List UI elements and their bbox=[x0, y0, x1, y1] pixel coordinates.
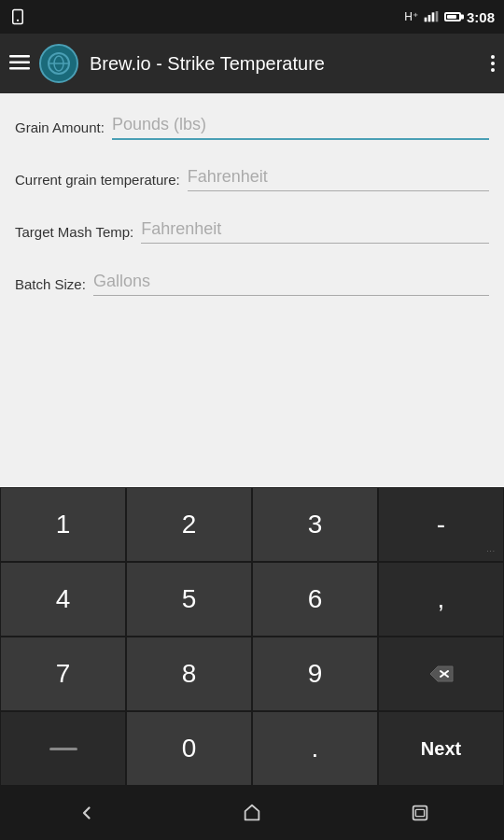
phone-icon bbox=[9, 8, 26, 25]
key-4[interactable]: 4 bbox=[0, 562, 126, 637]
back-button[interactable] bbox=[74, 803, 94, 823]
key-space[interactable] bbox=[0, 711, 126, 786]
batch-size-input[interactable] bbox=[93, 272, 489, 291]
grain-amount-input-container bbox=[112, 115, 489, 140]
keyboard-row-2: 4 5 6 , bbox=[0, 562, 504, 637]
backspace-icon bbox=[428, 665, 455, 683]
menu-button[interactable] bbox=[9, 53, 30, 75]
svg-rect-0 bbox=[13, 10, 23, 24]
nav-bar bbox=[0, 786, 504, 840]
keyboard-row-3: 7 8 9 bbox=[0, 637, 504, 711]
keyboard-row-1: 1 2 3 - ··· bbox=[0, 487, 504, 562]
svg-rect-8 bbox=[9, 67, 30, 70]
grain-amount-row: Grain Amount: bbox=[15, 103, 489, 151]
mash-temp-label: Target Mash Temp: bbox=[15, 224, 133, 240]
key-dots: ··· bbox=[486, 547, 496, 555]
next-button[interactable]: Next bbox=[378, 711, 504, 786]
grain-temp-row: Current grain temperature: bbox=[15, 155, 489, 203]
svg-rect-2 bbox=[425, 18, 427, 22]
key-comma[interactable]: , bbox=[378, 562, 504, 637]
form-area: Grain Amount: Current grain temperature:… bbox=[0, 93, 504, 487]
status-bar-right: H⁺ 3:08 bbox=[404, 9, 495, 25]
key-5[interactable]: 5 bbox=[126, 562, 252, 637]
svg-rect-15 bbox=[415, 809, 424, 816]
network-icon bbox=[424, 11, 439, 22]
app-logo bbox=[39, 44, 78, 83]
key-dash[interactable]: - ··· bbox=[378, 487, 504, 562]
svg-rect-7 bbox=[9, 61, 30, 63]
key-6[interactable]: 6 bbox=[252, 562, 378, 637]
overflow-dot-1 bbox=[491, 55, 495, 59]
status-time: 3:08 bbox=[467, 9, 495, 25]
home-icon bbox=[242, 803, 262, 823]
status-bar: H⁺ 3:08 bbox=[0, 0, 504, 34]
svg-rect-3 bbox=[428, 15, 431, 21]
key-period[interactable]: . bbox=[252, 711, 378, 786]
batch-size-label: Batch Size: bbox=[15, 276, 86, 292]
signal-icon: H⁺ bbox=[404, 10, 418, 23]
key-8[interactable]: 8 bbox=[126, 637, 252, 711]
grain-temp-input-container bbox=[188, 167, 489, 191]
key-0[interactable]: 0 bbox=[126, 711, 252, 786]
mash-temp-input-container bbox=[141, 219, 489, 244]
back-icon bbox=[74, 803, 94, 823]
space-bar-indicator bbox=[49, 748, 77, 750]
key-1[interactable]: 1 bbox=[0, 487, 126, 562]
overflow-dot-3 bbox=[491, 68, 495, 72]
overflow-dot-2 bbox=[491, 62, 495, 65]
key-7[interactable]: 7 bbox=[0, 637, 126, 711]
grain-temp-label: Current grain temperature: bbox=[15, 172, 180, 188]
key-3[interactable]: 3 bbox=[252, 487, 378, 562]
svg-point-1 bbox=[17, 20, 19, 21]
key-backspace[interactable] bbox=[378, 637, 504, 711]
grain-temp-input[interactable] bbox=[188, 167, 489, 187]
keyboard-row-4: 0 . Next bbox=[0, 711, 504, 786]
svg-rect-6 bbox=[9, 55, 30, 58]
home-button[interactable] bbox=[242, 803, 262, 823]
status-bar-left bbox=[9, 8, 26, 25]
grain-amount-input[interactable] bbox=[112, 115, 489, 134]
batch-size-input-container bbox=[93, 272, 489, 296]
mash-temp-row: Target Mash Temp: bbox=[15, 207, 489, 256]
key-9[interactable]: 9 bbox=[252, 637, 378, 711]
battery-icon bbox=[444, 12, 461, 21]
mash-temp-input[interactable] bbox=[141, 219, 489, 239]
batch-size-row: Batch Size: bbox=[15, 259, 489, 308]
keyboard: 1 2 3 - ··· 4 5 6 , 7 8 bbox=[0, 487, 504, 786]
svg-rect-4 bbox=[432, 12, 435, 21]
recents-button[interactable] bbox=[410, 803, 430, 823]
svg-rect-5 bbox=[436, 11, 439, 21]
app-title: Brew.io - Strike Temperature bbox=[90, 53, 491, 75]
key-2[interactable]: 2 bbox=[126, 487, 252, 562]
recents-icon bbox=[410, 803, 430, 823]
logo-icon bbox=[47, 51, 71, 76]
app-bar: Brew.io - Strike Temperature bbox=[0, 34, 504, 93]
overflow-menu-button[interactable] bbox=[491, 55, 495, 72]
grain-amount-label: Grain Amount: bbox=[15, 119, 105, 135]
